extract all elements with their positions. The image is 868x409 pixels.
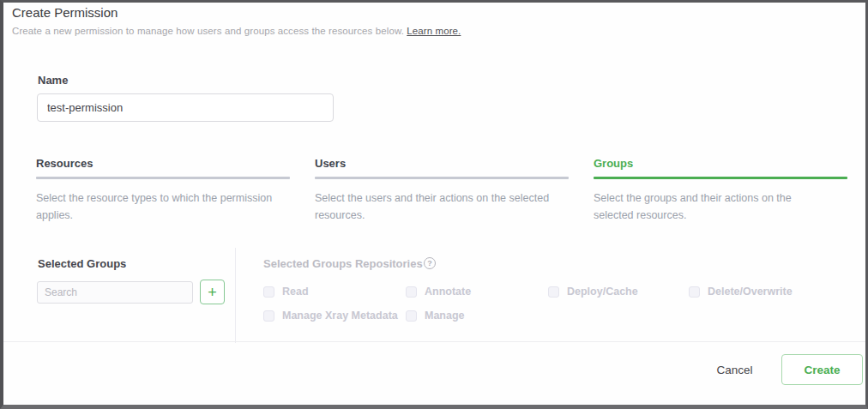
tab-users-description: Select the users and their actions on th… (315, 189, 552, 224)
name-input[interactable] (37, 93, 334, 122)
checkbox-manage-box (406, 310, 417, 322)
checkbox-read: Read (263, 286, 309, 298)
tab-users[interactable]: Users Select the users and their actions… (315, 157, 569, 224)
tab-groups-description: Select the groups and their actions on t… (594, 189, 830, 224)
checkbox-manage: Manage (406, 310, 465, 322)
checkbox-manage-xray-metadata-label: Manage Xray Metadata (282, 310, 398, 322)
checkbox-delete-overwrite: Delete/Overwrite (689, 286, 793, 298)
footer-divider (3, 341, 865, 342)
panel-divider (235, 248, 236, 343)
checkbox-manage-label: Manage (425, 310, 465, 322)
tab-resources[interactable]: Resources Select the resource types to w… (36, 157, 290, 224)
tab-groups[interactable]: Groups Select the groups and their actio… (594, 157, 847, 224)
help-icon[interactable]: ? (424, 257, 436, 269)
checkbox-deploy-cache: Deploy/Cache (548, 286, 638, 298)
checkbox-read-label: Read (282, 286, 309, 298)
checkbox-manage-xray-metadata: Manage Xray Metadata (263, 310, 398, 322)
checkbox-delete-overwrite-box (689, 286, 700, 298)
checkbox-manage-xray-metadata-box (263, 310, 274, 322)
checkbox-annotate: Annotate (406, 286, 471, 298)
page-title: Create Permission (12, 5, 118, 20)
checkbox-read-box (263, 286, 274, 298)
create-button[interactable]: Create (781, 354, 863, 385)
page-subtitle: Create a new permission to manage how us… (12, 26, 461, 36)
checkbox-delete-overwrite-label: Delete/Overwrite (708, 286, 793, 298)
tab-resources-underline (36, 177, 290, 179)
learn-more-link[interactable]: Learn more. (407, 26, 461, 36)
selected-groups-repositories-title: Selected Groups Repositories (263, 257, 423, 270)
tab-groups-label: Groups (594, 157, 847, 170)
tab-groups-underline (594, 177, 847, 179)
selected-groups-title: Selected Groups (38, 257, 126, 270)
subtitle-text: Create a new permission to manage how us… (12, 26, 404, 36)
add-group-button[interactable]: + (200, 280, 225, 304)
name-label: Name (38, 74, 68, 87)
create-permission-dialog: Create Permission Create a new permissio… (0, 0, 868, 409)
checkbox-deploy-cache-label: Deploy/Cache (567, 286, 638, 298)
tab-users-underline (315, 177, 569, 179)
tab-resources-description: Select the resource types to which the p… (36, 189, 273, 224)
checkbox-annotate-box (406, 286, 417, 298)
cancel-button[interactable]: Cancel (702, 358, 767, 381)
search-input[interactable] (37, 281, 193, 304)
tab-resources-label: Resources (36, 157, 290, 170)
checkbox-annotate-label: Annotate (425, 286, 471, 298)
plus-icon: + (208, 284, 217, 301)
checkbox-deploy-cache-box (548, 286, 559, 298)
tab-users-label: Users (315, 157, 569, 170)
